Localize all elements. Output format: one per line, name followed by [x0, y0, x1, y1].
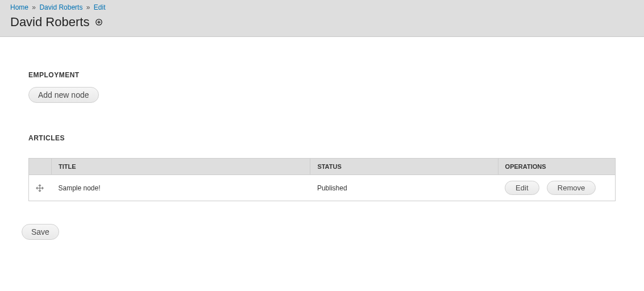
content-region: EMPLOYMENT Add new node ARTICLES TITLE S… [0, 37, 644, 263]
drag-handle-icon[interactable] [36, 184, 45, 192]
remove-button[interactable]: Remove [547, 181, 596, 195]
column-operations: OPERATIONS [498, 159, 615, 175]
footer-actions: Save [22, 224, 616, 240]
breadcrumb-home-link[interactable]: Home [10, 3, 28, 11]
articles-section: ARTICLES TITLE STATUS OPERATIONS [28, 134, 616, 201]
articles-table: TITLE STATUS OPERATIONS [28, 158, 616, 201]
page-title-row: David Roberts [10, 15, 634, 30]
cell-title: Sample node! [52, 175, 310, 201]
column-drag [29, 159, 52, 175]
breadcrumb-separator: » [32, 3, 36, 11]
table-row: Sample node! Published Edit Remove [29, 175, 616, 201]
header-region: Home » David Roberts » Edit David Robert… [0, 0, 644, 37]
articles-heading: ARTICLES [28, 134, 616, 142]
cell-operations: Edit Remove [498, 175, 615, 201]
employment-heading: EMPLOYMENT [28, 71, 616, 79]
plus-circle-icon[interactable] [95, 18, 103, 26]
employment-section: EMPLOYMENT Add new node [28, 71, 616, 103]
column-title: TITLE [52, 159, 310, 175]
breadcrumb: Home » David Roberts » Edit [10, 3, 634, 11]
breadcrumb-current-link[interactable]: Edit [94, 3, 106, 11]
edit-button[interactable]: Edit [505, 181, 539, 195]
add-new-node-button[interactable]: Add new node [28, 87, 99, 103]
page-title: David Roberts [10, 15, 89, 30]
column-status: STATUS [310, 159, 498, 175]
table-header-row: TITLE STATUS OPERATIONS [29, 159, 616, 175]
breadcrumb-separator: » [86, 3, 90, 11]
breadcrumb-entity-link[interactable]: David Roberts [39, 3, 82, 11]
save-button[interactable]: Save [22, 224, 59, 240]
cell-status: Published [310, 175, 498, 201]
